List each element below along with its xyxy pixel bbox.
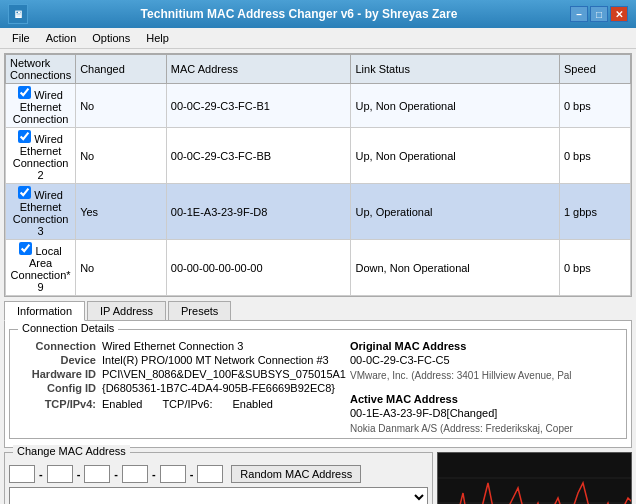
- config-id-value: {D6805361-1B7C-4DA4-905B-FE6669B92EC8}: [102, 382, 335, 394]
- svg-rect-0: [438, 453, 632, 504]
- tab-content: Connection Details Connection Wired Ethe…: [4, 321, 632, 448]
- tabs: Information IP Address Presets: [4, 301, 632, 321]
- device-row: Device Intel(R) PRO/1000 MT Network Conn…: [16, 354, 346, 366]
- row-link: Down, Non Operational: [351, 240, 559, 296]
- connection-value: Wired Ethernet Connection 3: [102, 340, 243, 352]
- active-mac-vendor: Nokia Danmark A/S (Address: Frederikskaj…: [350, 423, 620, 434]
- mac-octet-5[interactable]: [160, 465, 186, 483]
- mac-dropdown[interactable]: [9, 487, 428, 504]
- col-header-speed: Speed: [559, 55, 630, 84]
- change-mac-label: Change MAC Address: [13, 445, 130, 457]
- title-bar: 🖥 Technitium MAC Address Changer v6 - by…: [0, 0, 636, 28]
- mac-sep-5: -: [190, 468, 194, 480]
- tabs-container: Information IP Address Presets Connectio…: [4, 301, 632, 448]
- info-left: Connection Wired Ethernet Connection 3 D…: [16, 340, 346, 434]
- tab-information[interactable]: Information: [4, 301, 85, 321]
- table-row[interactable]: Local Area Connection* 9 No 00-00-00-00-…: [6, 240, 631, 296]
- mac-octet-1[interactable]: [9, 465, 35, 483]
- row-checkbox[interactable]: [18, 86, 31, 99]
- row-speed: 0 bps: [559, 128, 630, 184]
- mac-octet-4[interactable]: [122, 465, 148, 483]
- row-checkbox[interactable]: [19, 242, 32, 255]
- graph-box: Received 4.25 MB (4454340 bytes) ~Speed …: [437, 452, 632, 504]
- col-header-mac: MAC Address: [166, 55, 351, 84]
- row-mac: 00-0C-29-C3-FC-B1: [166, 84, 351, 128]
- menu-action[interactable]: Action: [38, 30, 85, 46]
- row-checkbox-cell: Wired Ethernet Connection: [6, 84, 76, 128]
- mac-octet-3[interactable]: [84, 465, 110, 483]
- change-mac-box: Change MAC Address - - - - - Random MAC …: [4, 452, 433, 504]
- random-mac-button[interactable]: Random MAC Address: [231, 465, 361, 483]
- close-button[interactable]: ✕: [610, 6, 628, 22]
- mac-octet-2[interactable]: [47, 465, 73, 483]
- info-right: Original MAC Address 00-0C-29-C3-FC-C5 V…: [350, 340, 620, 434]
- col-header-changed: Changed: [76, 55, 167, 84]
- bottom-area: Change MAC Address - - - - - Random MAC …: [4, 452, 632, 504]
- row-checkbox-cell: Wired Ethernet Connection 3: [6, 184, 76, 240]
- row-checkbox-cell: Local Area Connection* 9: [6, 240, 76, 296]
- row-checkbox[interactable]: [18, 130, 31, 143]
- tcpipv6-label: TCP/IPv6:: [162, 398, 212, 410]
- hardware-id-row: Hardware ID PCI\VEN_8086&DEV_100F&SUBSYS…: [16, 368, 346, 380]
- tab-ip-address[interactable]: IP Address: [87, 301, 166, 320]
- device-label: Device: [16, 354, 96, 366]
- original-mac-value: 00-0C-29-C3-FC-C5: [350, 354, 620, 366]
- row-changed: No: [76, 84, 167, 128]
- menu-help[interactable]: Help: [138, 30, 177, 46]
- tcpipv6-value: Enabled: [233, 398, 273, 410]
- col-header-connections: Network Connections: [6, 55, 76, 84]
- menu-options[interactable]: Options: [84, 30, 138, 46]
- table-row[interactable]: Wired Ethernet Connection No 00-0C-29-C3…: [6, 84, 631, 128]
- tcpipv4-label: TCP/IPv4:: [16, 398, 96, 410]
- connections-table: Network Connections Changed MAC Address …: [5, 54, 631, 296]
- table-row[interactable]: Wired Ethernet Connection 3 Yes 00-1E-A3…: [6, 184, 631, 240]
- tcpipv4-value: Enabled: [102, 398, 142, 410]
- menu-file[interactable]: File: [4, 30, 38, 46]
- connection-label: Connection: [16, 340, 96, 352]
- window-title: Technitium MAC Address Changer v6 - by S…: [28, 7, 570, 21]
- app-icon: 🖥: [8, 4, 28, 24]
- maximize-button[interactable]: □: [590, 6, 608, 22]
- row-speed: 1 gbps: [559, 184, 630, 240]
- mac-dropdown-row: [9, 487, 428, 504]
- row-mac: 00-1E-A3-23-9F-D8: [166, 184, 351, 240]
- network-graph: [438, 453, 632, 504]
- device-value: Intel(R) PRO/1000 MT Network Connection …: [102, 354, 329, 366]
- mac-sep-1: -: [39, 468, 43, 480]
- tcp-row: TCP/IPv4: Enabled TCP/IPv6: Enabled: [16, 398, 346, 410]
- row-changed: Yes: [76, 184, 167, 240]
- row-mac: 00-00-00-00-00-00: [166, 240, 351, 296]
- minimize-button[interactable]: –: [570, 6, 588, 22]
- table-row[interactable]: Wired Ethernet Connection 2 No 00-0C-29-…: [6, 128, 631, 184]
- row-changed: No: [76, 240, 167, 296]
- mac-sep-3: -: [114, 468, 118, 480]
- original-mac-label: Original MAC Address: [350, 340, 620, 352]
- row-checkbox-cell: Wired Ethernet Connection 2: [6, 128, 76, 184]
- col-header-link: Link Status: [351, 55, 559, 84]
- connection-row: Connection Wired Ethernet Connection 3: [16, 340, 346, 352]
- original-mac-vendor: VMware, Inc. (Address: 3401 Hillview Ave…: [350, 370, 620, 381]
- tab-presets[interactable]: Presets: [168, 301, 231, 320]
- config-id-row: Config ID {D6805361-1B7C-4DA4-905B-FE666…: [16, 382, 346, 394]
- mac-sep-4: -: [152, 468, 156, 480]
- hardware-id-label: Hardware ID: [16, 368, 96, 380]
- row-link: Up, Non Operational: [351, 84, 559, 128]
- mac-sep-2: -: [77, 468, 81, 480]
- connection-details-box: Connection Details Connection Wired Ethe…: [9, 329, 627, 439]
- mac-input-row: - - - - - Random MAC Address: [9, 465, 428, 483]
- row-checkbox[interactable]: [18, 186, 31, 199]
- row-mac: 00-0C-29-C3-FC-BB: [166, 128, 351, 184]
- menu-bar: File Action Options Help: [0, 28, 636, 49]
- row-link: Up, Operational: [351, 184, 559, 240]
- active-mac-label: Active MAC Address: [350, 393, 620, 405]
- row-speed: 0 bps: [559, 84, 630, 128]
- window-controls: – □ ✕: [570, 6, 628, 22]
- hardware-id-value: PCI\VEN_8086&DEV_100F&SUBSYS_075015A1: [102, 368, 346, 380]
- row-speed: 0 bps: [559, 240, 630, 296]
- active-mac-value: 00-1E-A3-23-9F-D8[Changed]: [350, 407, 620, 419]
- row-changed: No: [76, 128, 167, 184]
- connection-details-label: Connection Details: [18, 322, 118, 334]
- connections-table-container: Network Connections Changed MAC Address …: [4, 53, 632, 297]
- info-grid: Connection Wired Ethernet Connection 3 D…: [16, 340, 620, 434]
- mac-octet-6[interactable]: [197, 465, 223, 483]
